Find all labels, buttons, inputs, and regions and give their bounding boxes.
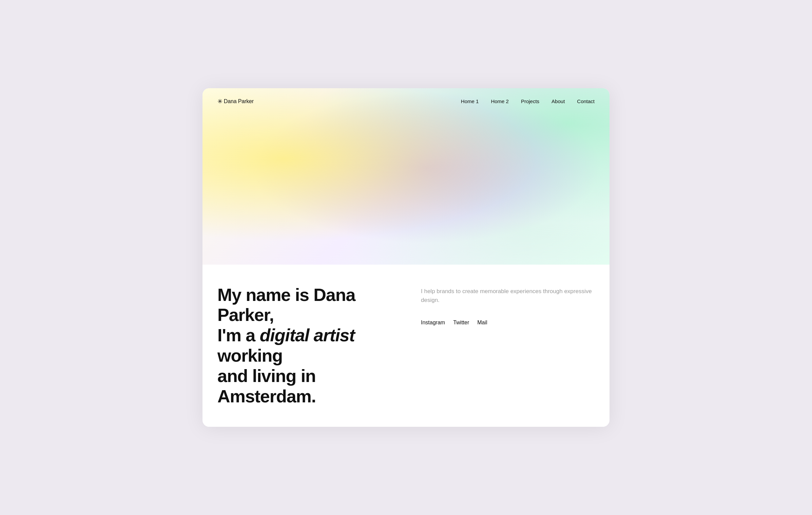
logo-asterisk-icon: ✳ — [217, 98, 223, 105]
nav-link-contact[interactable]: Contact — [577, 98, 595, 104]
nav-link-home1[interactable]: Home 1 — [461, 98, 479, 104]
nav-item-about[interactable]: About — [552, 98, 565, 104]
nav-link-home2[interactable]: Home 2 — [491, 98, 509, 104]
navbar: ✳ Dana Parker Home 1 Home 2 Projects Abo… — [202, 88, 610, 105]
nav-item-projects[interactable]: Projects — [521, 98, 539, 104]
hero-heading-line3: and living in Amsterdam. — [217, 366, 316, 406]
page-wrapper: ✳ Dana Parker Home 1 Home 2 Projects Abo… — [202, 88, 610, 427]
hero-heading-line1: My name is Dana Parker, — [217, 285, 355, 325]
logo: ✳ Dana Parker — [217, 98, 254, 105]
nav-item-home1[interactable]: Home 1 — [461, 98, 479, 104]
twitter-link[interactable]: Twitter — [453, 320, 469, 326]
mail-link[interactable]: Mail — [477, 320, 487, 326]
nav-item-contact[interactable]: Contact — [577, 98, 595, 104]
hero-heading-line2: I'm a digital artist working — [217, 325, 355, 365]
tagline: I help brands to create memorable experi… — [421, 287, 595, 305]
hero-gradient: ✳ Dana Parker Home 1 Home 2 Projects Abo… — [202, 88, 610, 265]
nav-item-home2[interactable]: Home 2 — [491, 98, 509, 104]
logo-name: Dana Parker — [224, 98, 254, 104]
nav-links: Home 1 Home 2 Projects About Contact — [461, 98, 595, 104]
hero-heading: My name is Dana Parker, I'm a digital ar… — [217, 285, 394, 407]
social-links: Instagram Twitter Mail — [421, 320, 595, 326]
side-content: I help brands to create memorable experi… — [421, 285, 595, 326]
content-section: My name is Dana Parker, I'm a digital ar… — [202, 265, 610, 427]
nav-link-about[interactable]: About — [552, 98, 565, 104]
instagram-link[interactable]: Instagram — [421, 320, 445, 326]
nav-link-projects[interactable]: Projects — [521, 98, 539, 104]
headline: My name is Dana Parker, I'm a digital ar… — [217, 285, 394, 407]
hero-heading-italic: digital artist — [260, 325, 355, 345]
